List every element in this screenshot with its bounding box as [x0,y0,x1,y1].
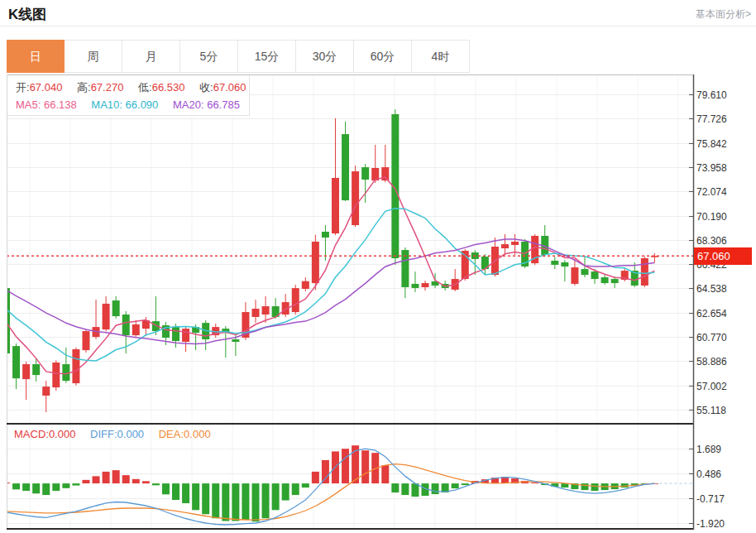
candle-body-up [381,167,389,180]
price-axis-label: 60.770 [696,332,727,343]
macd-bar-down [32,483,40,493]
price-axis-label: 75.842 [696,138,727,150]
macd-bar-down [162,483,170,494]
candle-body-up [103,304,110,329]
price-axis-label: 73.958 [696,162,727,174]
ohlc-legend-box: 开:67.040 高:67.270 低:66.530 收:67.060 MA5:… [7,75,250,116]
macd-bar-up [112,470,120,483]
macd-legend: MACD:0.000 DIFF:0.000 DEA:0.000 [14,428,211,440]
diff-line [7,449,655,525]
price-axis-label: 64.538 [696,283,727,295]
macd-bar-up [2,483,10,483]
macd-bar-up [103,472,110,483]
candle-body-up [641,258,648,286]
macd-bar-down [302,483,309,487]
candle-body-down [561,262,568,266]
candle-body-up [72,349,79,383]
ma10-line [7,209,655,361]
macd-bar-down [152,483,160,485]
dea-label: DEA: [159,428,184,440]
macd-bar-up [142,481,150,483]
candle-body-down [342,134,349,200]
macd-bar-down [202,483,209,514]
candle-body-down [32,364,40,375]
macd-bar-down [172,483,179,500]
candle-body-down [361,167,369,180]
macd-axis-label: -1.920 [696,518,725,530]
ma20-label: MA20: [173,98,204,111]
candle-body-up [132,324,140,335]
candle-body-up [571,267,578,284]
candle-body-up [352,171,359,225]
candle-body-down [411,284,419,288]
price-axis-label: 62.654 [696,308,727,319]
candle-body-up [182,329,189,342]
ma10-value: 66.090 [126,98,159,111]
macd-bar-down [462,483,469,485]
macd-bar-down [272,483,280,510]
macd-bar-down [282,483,289,500]
ma10-label: MA10: [91,98,122,111]
candle-body-down [601,277,609,283]
candle-body-down [122,315,130,335]
diff-label: DIFF: [90,428,117,440]
macd-bar-down [452,483,459,488]
price-axis-label: 57.002 [696,381,727,392]
candle-body-up [52,363,60,387]
macd-value: 0.000 [49,428,76,440]
macd-bar-down [411,483,419,497]
macd-bar-up [342,449,349,483]
macd-bar-down [232,483,239,521]
candle-body-up [292,288,299,312]
candle-body-up [332,178,339,233]
macd-bar-up [531,483,538,483]
ohlc-row: 开:67.040 高:67.270 低:66.530 收:67.060 [16,79,249,96]
candle-body-down [232,339,239,342]
candle-body-down [112,300,120,316]
price-axis-label: 77.726 [696,113,727,125]
macd-bar-down [72,483,79,485]
macd-bar-down [212,483,219,518]
macd-bar-up [122,475,130,483]
candle-body-up [422,283,429,287]
candle-body-up [262,306,270,315]
macd-bar-down [432,483,439,494]
close-label: 收: [199,81,213,94]
candle-body-up [501,244,509,248]
macd-bar-down [192,483,199,510]
close-value: 67.060 [213,81,246,94]
dea-value: 0.000 [184,428,211,440]
macd-bar-down [292,483,299,495]
price-axis-label: 55.118 [696,405,726,416]
price-axis-label: 72.074 [696,186,727,198]
macd-bar-down [252,483,260,521]
macd-axis-label: 1.689 [696,444,721,455]
ma5-value: 66.138 [44,98,77,111]
candle-body-down [551,261,558,265]
macd-bar-up [322,460,329,483]
macd-bar-up [82,480,89,483]
macd-bar-down [391,483,399,492]
macd-label: MACD: [14,428,49,440]
macd-bar-down [262,483,270,518]
candle-body-down [2,288,10,353]
low-value: 66.530 [152,81,185,94]
open-label: 开: [16,81,30,94]
candle-body-down [172,327,179,341]
candle-body-down [591,271,599,279]
candle-body-up [22,364,30,379]
candle-body-up [252,309,260,317]
macd-bar-down [401,483,409,495]
ma5-label: MA5: [16,98,41,111]
candle-body-up [42,387,50,396]
macd-axis-label: -0.717 [696,493,725,505]
candle-body-up [82,331,89,350]
high-value: 67.270 [91,81,124,94]
macd-axis-label: 0.486 [696,468,721,480]
open-value: 67.040 [30,81,63,94]
macd-bar-down [222,483,229,521]
candle-body-down [322,232,329,238]
candle-body-down [611,279,619,283]
candle-body-down [12,346,20,378]
price-axis-label: 68.306 [696,235,727,247]
